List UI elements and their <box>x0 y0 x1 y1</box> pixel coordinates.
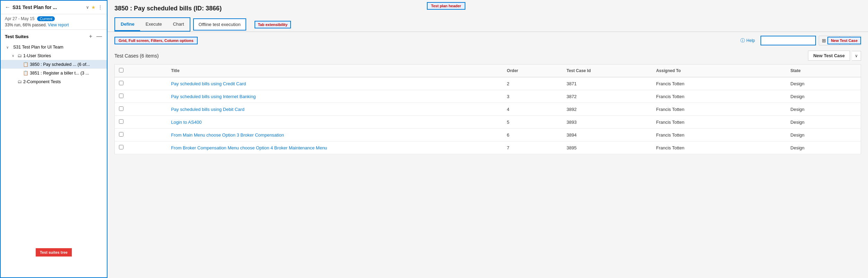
test-case-link[interactable]: From Broker Compensation Menu choose Opt… <box>171 145 327 150</box>
row-checkbox[interactable] <box>119 132 123 137</box>
tree-item[interactable]: ∨🗂1-User Stories <box>1 51 107 60</box>
suites-title: Test Suites <box>5 34 86 39</box>
tree-type-icon: 🗂 <box>17 79 22 84</box>
tab-define[interactable]: Define <box>115 18 140 31</box>
new-test-area: New Test Case New Test Case ∨ <box>808 51 861 61</box>
cell-state: Design <box>786 77 861 90</box>
tree-item[interactable]: ∨S31 Test Plan for UI Team <box>1 43 107 51</box>
cell-title: From Broker Compensation Menu choose Opt… <box>167 141 502 154</box>
sidebar-stats-text: 33% run, 66% passed. <box>5 23 47 27</box>
cell-state: Design <box>786 103 861 116</box>
test-case-link[interactable]: Login to AS400 <box>171 120 201 125</box>
sidebar: ← S31 Test Plan for ... ∨ ★ ⋮ Apr 27 - M… <box>0 0 108 278</box>
back-button[interactable]: ← <box>5 4 10 10</box>
cell-id: 3872 <box>562 90 652 103</box>
tab-chart[interactable]: Chart <box>167 18 190 31</box>
cell-order: 4 <box>503 103 562 116</box>
row-checkbox[interactable] <box>119 119 123 124</box>
tab-execute[interactable]: Execute <box>140 18 167 31</box>
tree-item-label: 1-User Stories <box>23 53 104 58</box>
col-header-order: Order <box>503 64 562 77</box>
row-checkbox[interactable] <box>119 145 123 149</box>
sidebar-more-icon[interactable]: ⋮ <box>98 5 103 10</box>
row-checkbox[interactable] <box>119 94 123 98</box>
tree-item-label: 3851 : Register a biller t... (3 ... <box>30 71 104 76</box>
test-case-link[interactable]: Pay scheduled bills using Credit Card <box>171 81 246 86</box>
collapse-suite-button[interactable]: — <box>96 33 103 40</box>
cell-order: 3 <box>503 90 562 103</box>
main-top: 3850 : Pay scheduled bills (ID: 3866) Te… <box>108 0 868 17</box>
row-checkbox[interactable] <box>119 81 123 85</box>
cell-assigned: Francis Totten <box>652 116 786 129</box>
add-suite-button[interactable]: + <box>88 33 93 40</box>
col-header-state: State <box>786 64 861 77</box>
tree-item-label: 2-Component Tests <box>23 79 104 84</box>
cell-title: Pay scheduled bills using Credit Card <box>167 77 502 90</box>
sidebar-date: Apr 27 - May 15 <box>5 16 34 21</box>
test-case-link[interactable]: Pay scheduled bills using Debit Card <box>171 107 244 112</box>
sidebar-header: ← S31 Test Plan for ... ∨ ★ ⋮ <box>1 1 107 14</box>
toolbar-area: Test Cases (6 items) New Test Case New T… <box>108 47 868 64</box>
select-all-checkbox[interactable] <box>119 68 123 72</box>
cell-order: 7 <box>503 141 562 154</box>
cell-id: 3892 <box>562 103 652 116</box>
cell-id: 3895 <box>562 141 652 154</box>
cell-order: 6 <box>503 129 562 141</box>
tree-item[interactable]: 📋3851 : Register a biller t... (3 ... <box>1 69 107 77</box>
cell-assigned: Francis Totten <box>652 77 786 90</box>
ann-tab-extensibility: Tab extensibility <box>255 21 291 28</box>
sidebar-stats: 33% run, 66% passed. View report <box>5 23 103 27</box>
sidebar-title: S31 Test Plan for ... <box>12 5 84 10</box>
cell-order: 2 <box>503 77 562 90</box>
view-report-link[interactable]: View report <box>48 23 69 27</box>
test-cases-table: Title Order Test Case Id Assigned To Sta… <box>114 64 861 154</box>
new-test-case-button[interactable]: New Test Case <box>808 51 850 61</box>
tree-item[interactable]: 📋3850 : Pay scheduled ... (6 of... <box>1 60 107 69</box>
tabs-area: Define Execute Chart Offline test execut… <box>108 17 868 32</box>
table-row: From Broker Compensation Menu choose Opt… <box>115 141 861 154</box>
test-cases-table-container: Title Order Test Case Id Assigned To Sta… <box>108 64 868 278</box>
col-header-title: Title <box>167 64 502 77</box>
tab-offline[interactable]: Offline test execution <box>193 18 246 31</box>
cell-state: Design <box>786 116 861 129</box>
search-box[interactable] <box>760 36 816 45</box>
tree-chevron-icon[interactable]: ∨ <box>12 54 16 58</box>
sidebar-star-icon[interactable]: ★ <box>91 5 96 10</box>
new-test-dropdown-button[interactable]: ∨ <box>852 51 861 61</box>
cell-assigned: Francis Totten <box>652 90 786 103</box>
tree-type-icon: 🗂 <box>17 53 22 58</box>
tree-chevron-icon[interactable]: ∨ <box>6 45 10 49</box>
col-header-id: Test Case Id <box>562 64 652 77</box>
cell-title: Pay scheduled bills using Debit Card <box>167 103 502 116</box>
sidebar-chevron-icon[interactable]: ∨ <box>86 5 89 10</box>
tree-type-icon: 📋 <box>23 62 28 67</box>
ann-new-test-label: New Test Case <box>827 37 861 44</box>
current-badge: Current <box>37 16 55 21</box>
section-title: Test Cases (6 items) <box>114 53 159 59</box>
sidebar-meta: Apr 27 - May 15 Current 33% run, 66% pas… <box>1 14 107 30</box>
test-suites-tree: ∨S31 Test Plan for UI Team∨🗂1-User Stori… <box>1 42 107 277</box>
cell-id: 3893 <box>562 116 652 129</box>
cell-id: 3871 <box>562 77 652 90</box>
cell-id: 3894 <box>562 129 652 141</box>
cell-state: Design <box>786 141 861 154</box>
cell-assigned: Francis Totten <box>652 129 786 141</box>
cell-assigned: Francis Totten <box>652 141 786 154</box>
cell-title: Pay scheduled bills using Internet Banki… <box>167 90 502 103</box>
row-checkbox[interactable] <box>119 106 123 111</box>
tree-item-label: 3850 : Pay scheduled ... (6 of... <box>30 62 104 67</box>
cell-order: 5 <box>503 116 562 129</box>
suites-header: Test Suites + — <box>1 30 107 42</box>
help-link[interactable]: Help <box>746 38 755 43</box>
cell-assigned: Francis Totten <box>652 103 786 116</box>
table-row: Pay scheduled bills using Credit Card238… <box>115 77 861 90</box>
col-header-checkbox <box>115 64 167 77</box>
help-icon: ⓘ <box>740 37 745 44</box>
sidebar-annotation-label: Test suites tree <box>36 248 72 257</box>
table-row: Pay scheduled bills using Debit Card4389… <box>115 103 861 116</box>
cell-title: From Main Menu choose Option 3 Broker Co… <box>167 129 502 141</box>
test-case-link[interactable]: From Main Menu choose Option 3 Broker Co… <box>171 132 284 138</box>
tree-item[interactable]: 🗂2-Component Tests <box>1 77 107 86</box>
test-case-link[interactable]: Pay scheduled bills using Internet Banki… <box>171 94 256 99</box>
main-content: 3850 : Pay scheduled bills (ID: 3866) Te… <box>108 0 868 278</box>
